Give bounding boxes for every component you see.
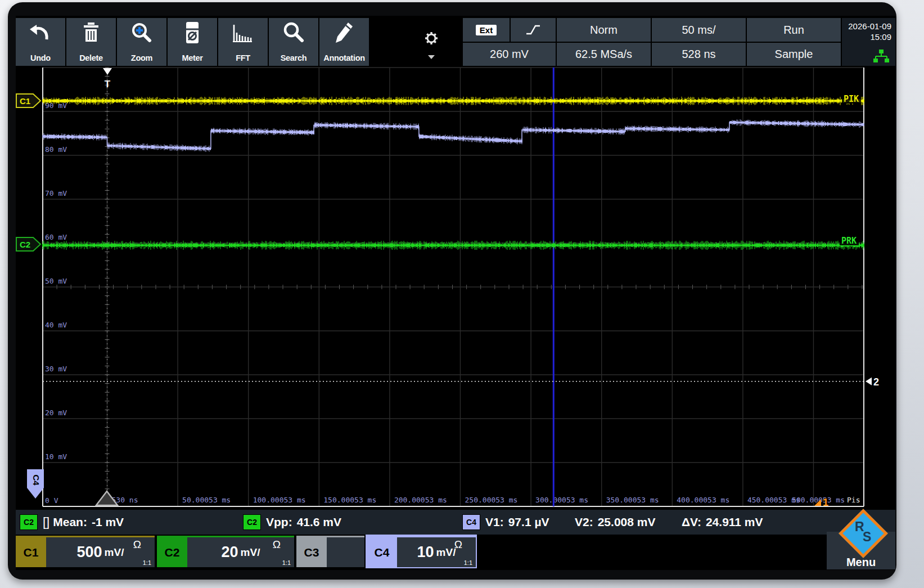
toolbar-button-annotation[interactable]: Annotation xyxy=(319,18,369,66)
toolbar-button-undo[interactable]: Undo xyxy=(16,18,65,66)
measurement-v[interactable]: ΔV:24.911 mV xyxy=(682,510,763,535)
measurement-channel-badge: C2 xyxy=(243,514,261,530)
measurement-value: 24.911 mV xyxy=(706,515,763,529)
menu-label: Menu xyxy=(827,556,895,569)
toolbar-button-label: Search xyxy=(281,53,307,62)
impedance-indicator: Ω xyxy=(454,538,462,551)
meter-icon xyxy=(180,21,205,46)
measurement-label: Mean: xyxy=(53,515,87,529)
channel-badge: C3 xyxy=(296,537,327,567)
settings-gear[interactable] xyxy=(422,29,441,62)
channel-tile-c2[interactable]: C220mV/Ω1:1 xyxy=(157,536,294,567)
channel-scale: 10 xyxy=(417,544,434,561)
trigger-mode-cell[interactable]: Norm xyxy=(557,18,651,42)
channel-settings: 20mV/Ω1:1 xyxy=(187,537,294,567)
toolbar-button-label: FFT xyxy=(236,53,250,62)
trigger-source-cell[interactable]: Ext xyxy=(463,18,510,42)
toolbar-button-zoom[interactable]: Zoom xyxy=(117,18,166,66)
measurement-channel-badge: C2 xyxy=(20,514,38,530)
channel-tile-c4[interactable]: C410mV/Ω1:1 xyxy=(367,536,476,567)
channel-marker-c1-label: C1 xyxy=(20,96,30,106)
chevron-down-icon xyxy=(428,55,435,59)
toolbar-button-label: Annotation xyxy=(323,53,365,62)
channel-scale-unit: mV/ xyxy=(436,546,456,559)
resolution-cell[interactable]: 528 ns xyxy=(652,43,746,66)
measurement-v[interactable]: C4V1:97.1 µV xyxy=(462,510,549,535)
channel-tile-c1[interactable]: C1500mV/Ω1:1 xyxy=(16,536,155,567)
measurement-value: 97.1 µV xyxy=(508,515,549,529)
channel-scale: 500 xyxy=(77,544,102,561)
measurement-vpp[interactable]: C2Vpp:41.6 mV xyxy=(243,510,341,535)
impedance-indicator: Ω xyxy=(133,538,141,551)
rising-edge-icon xyxy=(524,23,543,37)
measurement-label: ΔV: xyxy=(682,515,701,529)
toolbar-button-label: Delete xyxy=(79,53,103,62)
fft-icon xyxy=(231,21,255,46)
time-text: 15:09 xyxy=(842,32,891,42)
probe-ratio: 1:1 xyxy=(143,559,151,566)
measurement-mean[interactable]: C2[]Mean:-1 mV xyxy=(20,510,124,535)
channel-marker-c4[interactable]: C4 xyxy=(26,469,45,502)
trigger-slope-cell[interactable] xyxy=(511,18,556,42)
channel-badge: C4 xyxy=(367,537,397,567)
toolbar-button-search[interactable]: Search xyxy=(269,18,318,66)
measurement-label: V1: xyxy=(485,515,504,529)
channel-badge: C2 xyxy=(157,537,187,567)
impedance-indicator: Ω xyxy=(273,538,281,551)
channel-settings: 500mV/Ω1:1 xyxy=(46,537,155,567)
measurement-value: 41.6 mV xyxy=(297,515,341,529)
channel-tile-c3[interactable]: C3 xyxy=(296,536,364,567)
datetime-display: 2026-01-09 15:09 xyxy=(842,18,895,66)
toolbar-button-label: Meter xyxy=(182,53,202,62)
annotation-icon xyxy=(332,21,357,46)
measurement-channel-badge: C4 xyxy=(462,514,480,530)
gate-indicator: [] xyxy=(43,515,49,529)
toolbar-button-label: Undo xyxy=(30,53,51,62)
channel-badge: C1 xyxy=(16,537,46,567)
trigger-source-badge: Ext xyxy=(476,25,497,35)
channel-scale-unit: mV/ xyxy=(241,546,260,559)
screen-background xyxy=(16,16,895,570)
trigger-level-cell[interactable]: 260 mV xyxy=(463,43,556,66)
channel-marker-c1[interactable]: C1 xyxy=(16,93,42,110)
measurement-label: Vpp: xyxy=(266,515,292,529)
toolbar-button-label: Zoom xyxy=(131,53,152,62)
lan-network-icon xyxy=(872,50,890,63)
channel-marker-c2-label: C2 xyxy=(20,240,30,249)
acquisition-mode-cell[interactable]: Sample xyxy=(747,43,841,66)
run-state-cell[interactable]: Run xyxy=(747,18,841,42)
search-icon xyxy=(281,21,306,46)
delete-icon xyxy=(79,21,103,46)
measurement-bar: C2[]Mean:-1 mVC2Vpp:41.6 mVC4V1:97.1 µVV… xyxy=(16,510,895,535)
measurement-value: 25.008 mV xyxy=(598,515,656,529)
measurement-value: -1 mV xyxy=(92,515,124,529)
measurement-v[interactable]: V2:25.008 mV xyxy=(575,510,655,535)
gear-icon xyxy=(425,32,438,44)
channel-marker-c2[interactable]: C2 xyxy=(16,237,42,254)
channel-scale: 20 xyxy=(222,544,238,561)
toolbar-button-delete[interactable]: Delete xyxy=(66,18,116,66)
toolbar-button-meter[interactable]: Meter xyxy=(168,18,217,66)
measurement-label: V2: xyxy=(575,515,593,529)
toolbar-button-fft[interactable]: FFT xyxy=(218,18,268,66)
probe-ratio: 1:1 xyxy=(282,559,291,566)
sample-rate-cell[interactable]: 62.5 MSa/s xyxy=(557,43,651,66)
timebase-cell[interactable]: 50 ms/ xyxy=(652,18,746,42)
date-text: 2026-01-09 xyxy=(842,21,891,32)
channel-scale-unit: mV/ xyxy=(105,546,124,559)
probe-ratio: 1:1 xyxy=(464,559,472,566)
channel-settings: 10mV/Ω1:1 xyxy=(397,537,476,567)
undo-icon xyxy=(28,21,53,46)
menu-button[interactable]: RS Menu xyxy=(827,532,895,569)
zoom-icon xyxy=(129,21,154,46)
channel-settings xyxy=(327,537,364,567)
oscilloscope-ui: 90 mV80 mV70 mV60 mV50 mV40 mV30 mV20 mV… xyxy=(0,0,924,588)
channel-marker-c4-label: C4 xyxy=(31,474,41,486)
